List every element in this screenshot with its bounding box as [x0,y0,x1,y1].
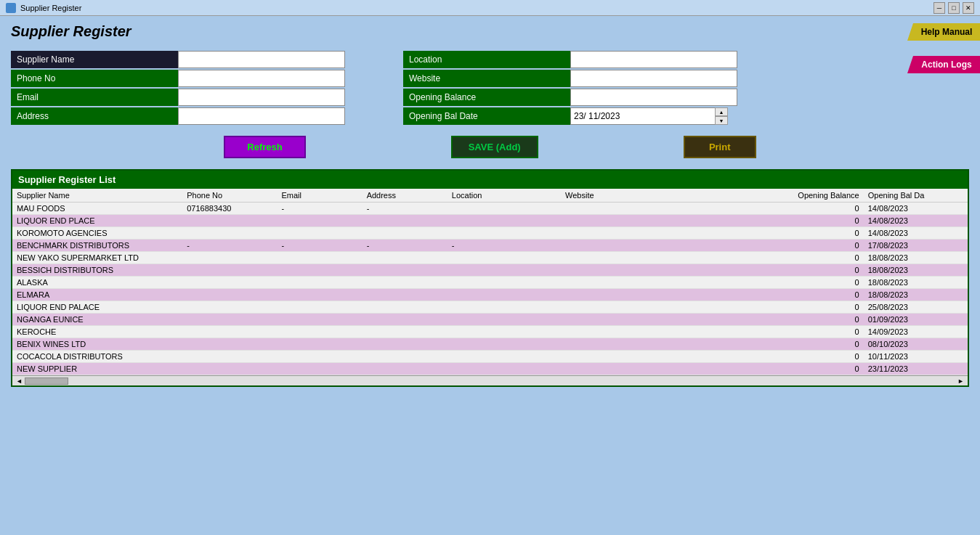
date-spinner[interactable]: ▲ ▼ [715,107,728,125]
table-cell [182,326,277,338]
table-row[interactable]: ALASKA018/08/2023 [12,277,968,289]
scrollbar-thumb[interactable] [25,377,68,385]
title-bar: Supplier Register ─ □ ✕ [0,0,980,16]
date-down-button[interactable]: ▼ [715,116,728,125]
table-row[interactable]: KOROMOTO AGENCIES014/08/2023 [12,227,968,240]
table-cell: 0 [750,240,863,252]
table-cell [277,301,362,314]
table-cell: MAU FOODS [12,203,182,215]
table-cell: 14/08/2023 [864,203,968,215]
phone-no-input[interactable] [178,70,345,87]
table-cell [182,215,277,227]
table-row[interactable]: NEW SUPPLIER023/11/2023 [12,363,968,375]
address-input[interactable] [178,107,345,125]
table-cell [561,351,750,363]
table-cell: 18/08/2023 [864,277,968,289]
table-cell [277,227,362,240]
table-cell [448,252,561,264]
table-cell: 18/08/2023 [864,289,968,301]
table-row[interactable]: NEW YAKO SUPERMARKET LTD018/08/2023 [12,252,968,264]
opening-balance-label: Opening Balance [403,89,570,106]
table-cell: - [277,203,362,215]
table-cell [448,264,561,277]
table-cell [363,215,448,227]
table-cell: 0 [750,314,863,326]
close-button[interactable]: ✕ [963,2,974,14]
table-row[interactable]: LIQUOR END PLACE014/08/2023 [12,215,968,227]
email-input[interactable] [178,89,345,106]
supplier-name-row: Supplier Name [11,51,345,68]
email-row: Email [11,89,345,106]
table-cell [561,227,750,240]
table-row[interactable]: MAU FOODS0716883430--014/08/2023 [12,203,968,215]
table-cell [448,277,561,289]
table-cell [561,252,750,264]
table-cell [363,252,448,264]
table-cell: 0 [750,289,863,301]
table-cell [448,326,561,338]
table-cell [182,277,277,289]
table-row[interactable]: COCACOLA DISTRIBUTORS010/11/2023 [12,351,968,363]
title-bar-controls: ─ □ ✕ [934,2,974,14]
table-cell: - [182,240,277,252]
table-cell [561,338,750,351]
table-cell: - [363,240,448,252]
save-button[interactable]: SAVE (Add) [451,136,538,158]
table-cell [182,301,277,314]
table-row[interactable]: BENCHMARK DISTRIBUTORS----017/08/2023 [12,240,968,252]
app-icon [6,3,16,13]
horizontal-scrollbar[interactable]: ◄ ► [12,375,968,385]
table-cell [561,277,750,289]
col-email: Email [277,189,362,203]
table-cell [561,240,750,252]
refresh-button[interactable]: Refresh [224,136,305,158]
table-scroll[interactable]: Supplier Name Phone No Email Address Loc… [12,189,968,375]
form-left: Supplier Name Phone No Email Address [11,51,345,125]
table-cell: 18/08/2023 [864,264,968,277]
minimize-button[interactable]: ─ [934,2,945,14]
table-cell: 0 [750,326,863,338]
table-cell: ALASKA [12,277,182,289]
table-row[interactable]: BENIX WINES LTD008/10/2023 [12,338,968,351]
scroll-left-arrow[interactable]: ◄ [14,377,25,385]
table-row[interactable]: ELMARA018/08/2023 [12,289,968,301]
table-cell [448,351,561,363]
help-manual-button[interactable]: Help Manual [907,23,980,41]
table-cell: 25/08/2023 [864,301,968,314]
table-cell [448,301,561,314]
table-cell: - [448,240,561,252]
table-cell: BENCHMARK DISTRIBUTORS [12,240,182,252]
table-cell: 0 [750,227,863,240]
table-cell [182,289,277,301]
opening-bal-date-label: Opening Bal Date [403,107,570,125]
opening-balance-input[interactable] [570,89,737,106]
table-row[interactable]: BESSICH DISTRIBUTORS018/08/2023 [12,264,968,277]
table-row[interactable]: NGANGA EUNICE001/09/2023 [12,314,968,326]
table-container: Supplier Register List Supplier Name Pho… [11,169,969,387]
supplier-table: Supplier Name Phone No Email Address Loc… [12,189,968,375]
table-row[interactable]: LIQUOR END PALACE025/08/2023 [12,301,968,314]
print-button[interactable]: Print [684,136,756,158]
maximize-button[interactable]: □ [948,2,960,14]
supplier-name-input[interactable] [178,51,345,68]
table-cell [277,338,362,351]
website-input[interactable] [570,70,737,87]
table-cell [448,215,561,227]
buttons-row: Refresh SAVE (Add) Print [11,136,969,158]
col-supplier-name: Supplier Name [12,189,182,203]
table-cell [363,289,448,301]
opening-bal-date-input[interactable] [570,107,716,125]
location-input[interactable] [570,51,737,68]
table-cell: NGANGA EUNICE [12,314,182,326]
table-cell: 0 [750,363,863,375]
table-row[interactable]: KEROCHE014/09/2023 [12,326,968,338]
table-cell: BENIX WINES LTD [12,338,182,351]
scroll-right-arrow[interactable]: ► [955,377,966,385]
opening-balance-row: Opening Balance [403,89,737,106]
date-up-button[interactable]: ▲ [715,107,728,116]
table-cell [561,203,750,215]
action-logs-button[interactable]: Action Logs [907,56,980,73]
website-row: Website [403,70,737,87]
table-cell [363,314,448,326]
table-cell [182,314,277,326]
